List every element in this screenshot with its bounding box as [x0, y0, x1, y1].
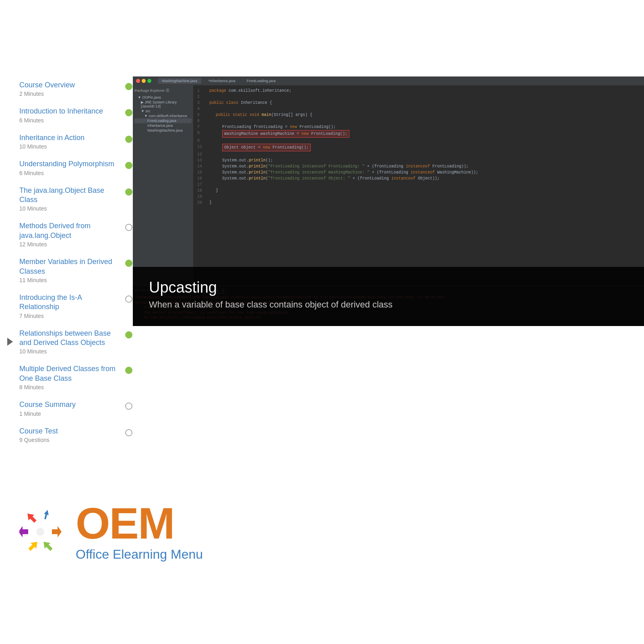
sidebar-duration-member-variables-in-derived-classes: 11 Minutes: [19, 277, 122, 283]
video-area[interactable]: WashingMachine.java *Inheritance.java Fr…: [133, 76, 644, 326]
status-dot-member-variables-in-derived-classes: [125, 260, 132, 267]
code-line-highlighted: 8WashingMachine washingMachine = new Fro…: [197, 130, 640, 138]
sidebar-item-java-lang-object-base-class[interactable]: The java.lang.Object Base Class10 Minute…: [19, 186, 133, 212]
video-overlay: Upcasting When a variable of base class …: [133, 267, 644, 326]
code-line: 2: [197, 94, 640, 100]
svg-marker-5: [25, 511, 38, 524]
status-dot-course-overview: [125, 83, 132, 90]
sidebar-label-relationships-between-base-and-derived: Relationships between Base and Derived C…: [19, 329, 122, 348]
sidebar-item-course-summary[interactable]: Course Summary1 Minute: [19, 400, 133, 417]
svg-marker-3: [27, 539, 40, 553]
sidebar-label-course-summary: Course Summary: [19, 400, 122, 409]
sidebar-duration-course-overview: 2 Minutes: [19, 91, 122, 97]
sidebar-duration-java-lang-object-base-class: 10 Minutes: [19, 205, 122, 212]
code-line: 18}: [197, 188, 640, 194]
sidebar-item-course-overview[interactable]: Course Overview2 Minutes: [19, 80, 133, 97]
code-line: 6: [197, 118, 640, 124]
sidebar-duration-introduction-to-inheritance: 6 Minutes: [19, 117, 122, 124]
video-inner: WashingMachine.java *Inheritance.java Fr…: [133, 76, 644, 326]
status-dot-inheritance-in-action: [125, 136, 132, 143]
code-line: 17: [197, 182, 640, 188]
tree-item-inheritance[interactable]: Inheritance.java: [134, 123, 192, 128]
code-line: 16System.out.println("frontLoading insta…: [197, 175, 640, 182]
overlay-subtitle: When a variable of base class contains o…: [149, 299, 628, 310]
sidebar-duration-understanding-polymorphism: 6 Minutes: [19, 170, 122, 176]
sidebar-item-methods-derived-from-java-lang-object[interactable]: Methods Derived from java.lang.Object12 …: [19, 221, 133, 248]
sidebar-duration-inheritance-in-action: 10 Minutes: [19, 143, 122, 150]
sidebar-duration-methods-derived-from-java-lang-object: 12 Minutes: [19, 241, 122, 248]
ide-explorer: Package Explorer ☰ ▼ OOPin.java ▶ JRE Sy…: [133, 85, 193, 286]
ide-top-bar: WashingMachine.java *Inheritance.java Fr…: [133, 76, 644, 85]
code-line: 3public class Inheritance {: [197, 100, 640, 106]
ide-body: Package Explorer ☰ ▼ OOPin.java ▶ JRE Sy…: [133, 85, 644, 286]
sidebar-item-member-variables-in-derived-classes[interactable]: Member Variables in Derived Classes11 Mi…: [19, 257, 133, 283]
sidebar-label-methods-derived-from-java-lang-object: Methods Derived from java.lang.Object: [19, 221, 122, 240]
sidebar-duration-multiple-derived-classes-from-one-base: 8 Minutes: [19, 384, 122, 390]
tree-item-washingmachine[interactable]: WashingMachine.java: [134, 128, 192, 133]
status-dot-methods-derived-from-java-lang-object: [125, 224, 132, 231]
sidebar-label-understanding-polymorphism: Understanding Polymorphism: [19, 159, 122, 169]
sidebar-item-inheritance-in-action[interactable]: Inheritance in Action10 Minutes: [19, 133, 133, 150]
logo-section: OEM Office Elearning Menu: [0, 469, 644, 586]
ide-tabs: WashingMachine.java *Inheritance.java Fr…: [158, 78, 641, 84]
maximize-icon: [147, 79, 151, 83]
tree-item: ▼ OOPin.java: [134, 95, 192, 100]
minimize-icon: [142, 79, 146, 83]
ide-code-area[interactable]: 1package com.skillsoft.inheritance; 2 3p…: [193, 85, 644, 286]
sidebar: Course Overview2 MinutesIntroduction to …: [0, 0, 133, 469]
status-dot-course-summary: [125, 402, 132, 410]
sidebar-duration-introducing-is-a-relationship: 7 Minutes: [19, 313, 122, 319]
sidebar-duration-course-test: 9 Questions: [19, 437, 122, 443]
sidebar-label-introduction-to-inheritance: Introduction to Inheritance: [19, 107, 122, 116]
ide-tab-2[interactable]: *Inheritance.java: [204, 78, 239, 84]
status-dot-introducing-is-a-relationship: [125, 295, 132, 303]
sidebar-duration-relationships-between-base-and-derived: 10 Minutes: [19, 348, 122, 355]
svg-marker-1: [52, 526, 62, 537]
code-line: 19: [197, 194, 640, 200]
sidebar-label-introducing-is-a-relationship: Introducing the Is-A Relationship: [19, 293, 122, 312]
sidebar-item-relationships-between-base-and-derived[interactable]: Relationships between Base and Derived C…: [19, 329, 133, 355]
sidebar-label-course-overview: Course Overview: [19, 80, 122, 90]
svg-marker-4: [19, 526, 28, 537]
code-line: 9: [197, 138, 640, 144]
code-line: 20}: [197, 200, 640, 206]
sidebar-item-introducing-is-a-relationship[interactable]: Introducing the Is-A Relationship7 Minut…: [19, 293, 133, 319]
tree-item-frontloading[interactable]: FrontLoading.java: [134, 118, 192, 123]
code-line: 4: [197, 106, 640, 112]
svg-marker-0: [43, 510, 50, 520]
code-line: 13System.out.println();: [197, 157, 640, 163]
code-line: 14System.out.println("FrontLoading insta…: [197, 163, 640, 169]
explorer-title: Package Explorer ☰: [134, 89, 192, 93]
code-line: 15System.out.println("frontLoading insta…: [197, 169, 640, 175]
svg-marker-2: [41, 539, 54, 553]
sidebar-duration-course-summary: 1 Minute: [19, 411, 122, 417]
logo-text-group: OEM Office Elearning Menu: [76, 501, 203, 562]
sidebar-item-introduction-to-inheritance[interactable]: Introduction to Inheritance6 Minutes: [19, 107, 133, 123]
status-dot-understanding-polymorphism: [125, 162, 132, 169]
status-dot-java-lang-object-base-class: [125, 188, 132, 196]
logo-tagline: Office Elearning Menu: [76, 547, 203, 562]
main-container: Course Overview2 MinutesIntroduction to …: [0, 0, 644, 469]
sidebar-label-multiple-derived-classes-from-one-base: Multiple Derived Classes from One Base C…: [19, 364, 122, 383]
sidebar-label-java-lang-object-base-class: The java.lang.Object Base Class: [19, 186, 122, 205]
status-dot-introduction-to-inheritance: [125, 109, 132, 116]
overlay-title: Upcasting: [149, 279, 628, 296]
status-dot-relationships-between-base-and-derived: [125, 331, 132, 339]
sidebar-label-member-variables-in-derived-classes: Member Variables in Derived Classes: [19, 257, 122, 276]
ide-tab-3[interactable]: FrontLoading.java: [243, 78, 280, 84]
status-dot-multiple-derived-classes-from-one-base: [125, 367, 132, 374]
sidebar-item-course-test[interactable]: Course Test9 Questions: [19, 427, 133, 443]
code-line: 12: [197, 151, 640, 157]
oem-logo-icon: [19, 510, 72, 554]
tree-item: ▼ src: [134, 109, 192, 114]
sidebar-label-inheritance-in-action: Inheritance in Action: [19, 133, 122, 142]
ide-tab-1[interactable]: WashingMachine.java: [158, 78, 201, 84]
code-line: 1package com.skillsoft.inheritance;: [197, 88, 640, 94]
sidebar-item-multiple-derived-classes-from-one-base[interactable]: Multiple Derived Classes from One Base C…: [19, 364, 133, 390]
tree-item: ▶ JRE System Library [JavaSE-13]: [134, 100, 192, 109]
tree-item: ▼ com.skillsoft.inheritance: [134, 114, 192, 118]
sidebar-label-course-test: Course Test: [19, 427, 122, 436]
sidebar-item-understanding-polymorphism[interactable]: Understanding Polymorphism6 Minutes: [19, 159, 133, 176]
code-line: 7FrontLoading frontLoading = new FrontLo…: [197, 124, 640, 130]
code-line: 5public static void main(String[] args) …: [197, 112, 640, 118]
